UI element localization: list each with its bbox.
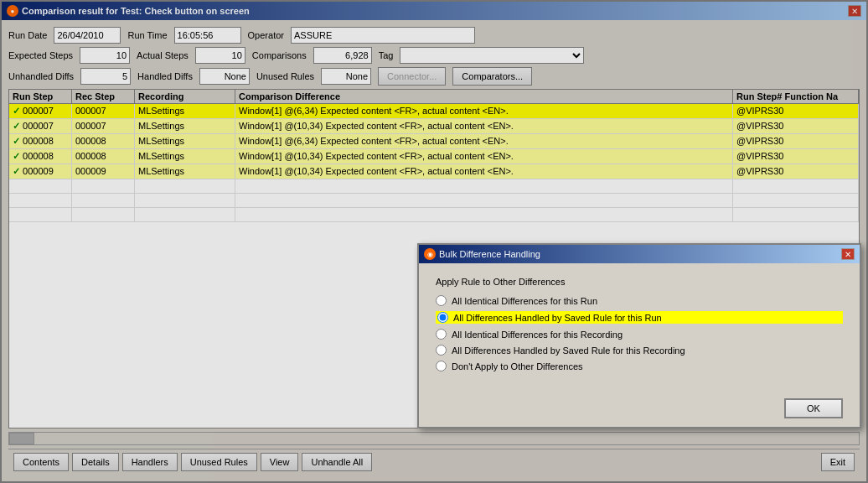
ok-button[interactable]: OK	[784, 398, 843, 418]
radio-input-3[interactable]	[436, 329, 447, 340]
radio-label-5: Don't Apply to Other Differences	[452, 361, 583, 371]
bulk-difference-dialog: ◉ Bulk Difference Handling ✕ Apply Rule …	[417, 243, 861, 428]
radio-option-2[interactable]: All Differences Handled by Saved Rule fo…	[436, 311, 843, 324]
radio-label-3: All Identical Differences for this Recor…	[452, 330, 623, 340]
modal-group-label: Apply Rule to Other Differences	[436, 277, 843, 287]
radio-option-4[interactable]: All Differences Handled by Saved Rule fo…	[436, 345, 843, 356]
radio-input-5[interactable]	[436, 361, 447, 371]
modal-overlay: ◉ Bulk Difference Handling ✕ Apply Rule …	[0, 0, 868, 483]
radio-input-4[interactable]	[436, 345, 447, 356]
modal-buttons: OK	[419, 390, 860, 427]
modal-close-button[interactable]: ✕	[841, 248, 855, 260]
radio-input-1[interactable]	[436, 295, 447, 306]
radio-label-4: All Differences Handled by Saved Rule fo…	[452, 345, 685, 356]
modal-title-text: Bulk Difference Handling	[439, 249, 540, 259]
modal-title-bar: ◉ Bulk Difference Handling ✕	[419, 245, 860, 263]
radio-label-1: All Identical Differences for this Run	[452, 296, 597, 306]
radio-input-2[interactable]	[437, 312, 448, 323]
radio-option-1[interactable]: All Identical Differences for this Run	[436, 295, 843, 306]
radio-option-5[interactable]: Don't Apply to Other Differences	[436, 361, 843, 371]
radio-label-2: All Differences Handled by Saved Rule fo…	[453, 313, 662, 323]
radio-option-3[interactable]: All Identical Differences for this Recor…	[436, 329, 843, 340]
modal-icon: ◉	[424, 248, 436, 260]
modal-title-left: ◉ Bulk Difference Handling	[424, 248, 540, 260]
modal-content: Apply Rule to Other Differences All Iden…	[419, 263, 860, 390]
